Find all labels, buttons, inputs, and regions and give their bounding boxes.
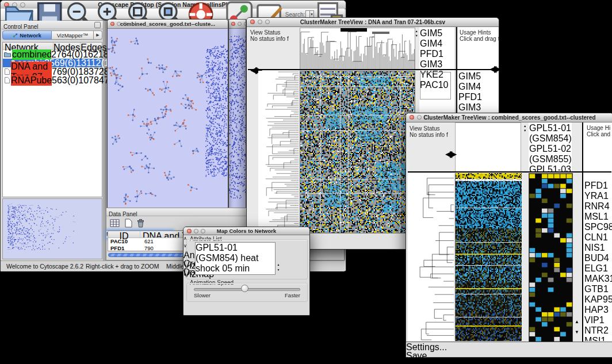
gene-label[interactable]: PFD1 <box>458 92 496 102</box>
tv2-row-dendrogram[interactable] <box>408 173 454 341</box>
view-status-line2: No status info f <box>410 132 457 138</box>
export-graphics-button[interactable]: Export Graphics... <box>406 359 461 364</box>
network-name: RNAPuberNov2+ <box>11 75 52 86</box>
network-overview-panel[interactable] <box>2 198 102 259</box>
minimize-button[interactable] <box>238 22 242 26</box>
network-view-canvas[interactable] <box>108 29 228 209</box>
gene-label[interactable]: HAP3 <box>584 305 612 315</box>
tv1-usage-hints: Usage Hints Click and drag tc <box>458 28 499 60</box>
attribute-list[interactable]: GPL51-01 (GSM854) heat shock 05 minGPL51… <box>195 242 276 275</box>
column-label[interactable]: GPL51-02 (GSM855) <box>529 144 572 164</box>
tv1-row-dendrogram[interactable] <box>258 71 299 233</box>
gene-label[interactable]: NTR2 <box>584 325 612 336</box>
new-attribute-icon[interactable] <box>124 219 132 228</box>
close-button[interactable] <box>250 20 255 24</box>
scroll-down-icon[interactable]: ▼ <box>415 34 418 37</box>
network-overview-canvas[interactable] <box>3 199 102 259</box>
zoom-window-button[interactable] <box>265 20 270 24</box>
gene-label[interactable]: GIM5 <box>458 71 496 82</box>
tv2-zoom-heatmap[interactable] <box>529 173 573 342</box>
gene-label[interactable]: SPC98 <box>584 222 612 232</box>
network-row-rnapuber[interactable]: RNAPuberNov2+ 563(0) 107847(0) <box>3 76 102 85</box>
column-header-edges[interactable]: Edges <box>81 43 106 49</box>
background-network-window[interactable] <box>228 19 246 209</box>
gene-label[interactable]: RNR4 <box>584 201 612 212</box>
network-view-window[interactable]: combined_scores_good.txt--cluste... <box>107 19 228 209</box>
minimize-button[interactable] <box>258 20 262 24</box>
gene-label[interactable]: GTB1 <box>584 284 612 294</box>
gene-label[interactable]: MSL1 <box>584 212 612 222</box>
tv1-global-heatmap[interactable] <box>300 71 415 234</box>
map-colors-dialog[interactable]: Map Colors to Network Attribute List GPL… <box>183 227 310 316</box>
scrollbar-thumb[interactable] <box>458 62 473 67</box>
tv2-global-heatmap[interactable] <box>455 173 522 341</box>
scrollbar-thumb[interactable] <box>108 253 189 257</box>
save-data-button[interactable]: Save Data... <box>406 351 449 359</box>
tabs-overflow-button[interactable]: ▶ <box>94 30 102 40</box>
zoom-window-button[interactable] <box>201 229 205 233</box>
column-header-network[interactable]: Network <box>3 43 53 49</box>
gene-label[interactable]: MAK31 <box>584 274 612 284</box>
scroll-up-icon[interactable]: ▲ <box>575 319 579 324</box>
gene-label[interactable]: GIM4 <box>458 82 496 92</box>
scroll-up-icon[interactable]: ▲ <box>277 263 280 266</box>
column-header-id[interactable]: ID <box>108 231 140 237</box>
column-label[interactable]: GIM3 <box>420 59 451 70</box>
tv1-zoom-heatmap[interactable] <box>420 72 451 99</box>
minimize-button[interactable] <box>117 22 121 26</box>
attribute-list-vscrollbar[interactable]: ▲ ▼ <box>276 242 282 275</box>
gene-label[interactable]: PFD1 <box>584 181 612 191</box>
document-icon <box>5 68 10 75</box>
close-button[interactable] <box>231 22 235 26</box>
float-panel-icon[interactable] <box>94 22 101 28</box>
tv2-view-status: View Status No status info f <box>408 124 457 145</box>
zoom-window-button[interactable] <box>244 22 246 26</box>
tv1-column-dendrogram[interactable] <box>300 28 415 70</box>
scroll-down-icon[interactable]: ▼ <box>277 268 280 271</box>
attribute-list-item[interactable]: GPL51-01 (GSM854) heat shock 05 min <box>196 243 275 274</box>
column-label[interactable]: GIM4 <box>420 39 451 49</box>
gene-label[interactable]: CLN1 <box>584 232 612 243</box>
scrollbar-thumb[interactable] <box>410 147 430 152</box>
gene-label[interactable]: NIS1 <box>584 243 612 253</box>
close-button[interactable] <box>187 229 192 233</box>
minimize-button[interactable] <box>417 115 422 120</box>
settings-button[interactable]: Settings... <box>406 342 443 351</box>
tab-vizmapper[interactable]: VizMapper™ <box>52 30 94 40</box>
gene-label[interactable]: GIM3 <box>458 102 496 113</box>
scrollbar-thumb[interactable] <box>522 158 526 177</box>
scroll-down-icon[interactable]: ▼ <box>575 329 579 335</box>
tv2-global-vscrollbar[interactable] <box>521 123 528 341</box>
scroll-up-icon[interactable]: ▲ <box>415 29 418 33</box>
background-network-canvas[interactable] <box>229 29 246 209</box>
scroll-right-icon[interactable]: ▶ <box>450 148 457 159</box>
scrollbar-thumb[interactable] <box>276 243 281 256</box>
minimize-button[interactable] <box>194 229 198 233</box>
attribute-list-item[interactable]: GPL51-02 (GSM855) heat shock 10 min <box>196 274 275 275</box>
gene-label[interactable]: KAP95 <box>584 294 612 305</box>
column-header-nodes[interactable]: Nodes <box>53 43 81 49</box>
tv1-usage-hscrollbar[interactable] <box>458 62 488 68</box>
scrollbar-thumb[interactable] <box>584 174 597 178</box>
tv2-usage-hints: Usage Hi Click and <box>585 124 612 156</box>
tv2-labels-hscrollbar[interactable] <box>584 173 609 179</box>
treeview2-window[interactable]: ClusterMaker TreeView : combined_scores_… <box>406 113 612 358</box>
status-welcome: Welcome to Cytoscape 2.6.2 <box>6 263 83 270</box>
gene-label[interactable]: BUD4 <box>584 253 612 263</box>
column-label[interactable]: PFD1 <box>420 49 451 59</box>
delete-attribute-icon[interactable] <box>136 219 145 228</box>
gene-label[interactable]: YRA1 <box>584 191 612 201</box>
select-attributes-icon[interactable] <box>110 219 120 228</box>
close-button[interactable] <box>410 115 414 120</box>
gene-label[interactable]: MSI1 <box>584 336 612 341</box>
tab-network[interactable]: Network <box>2 30 52 40</box>
column-label[interactable]: GPL51-01 (GSM854) <box>529 123 572 144</box>
gene-label[interactable]: VIP1 <box>584 315 612 325</box>
zoom-window-button[interactable] <box>424 115 429 120</box>
gene-label[interactable]: ELG1 <box>584 263 612 274</box>
zoom-window-button[interactable] <box>123 22 127 26</box>
tv2-status-hscrollbar[interactable] <box>410 147 443 153</box>
speed-slider-thumb[interactable] <box>241 285 248 292</box>
close-button[interactable] <box>110 22 114 26</box>
column-label[interactable]: GIM5 <box>420 28 451 39</box>
